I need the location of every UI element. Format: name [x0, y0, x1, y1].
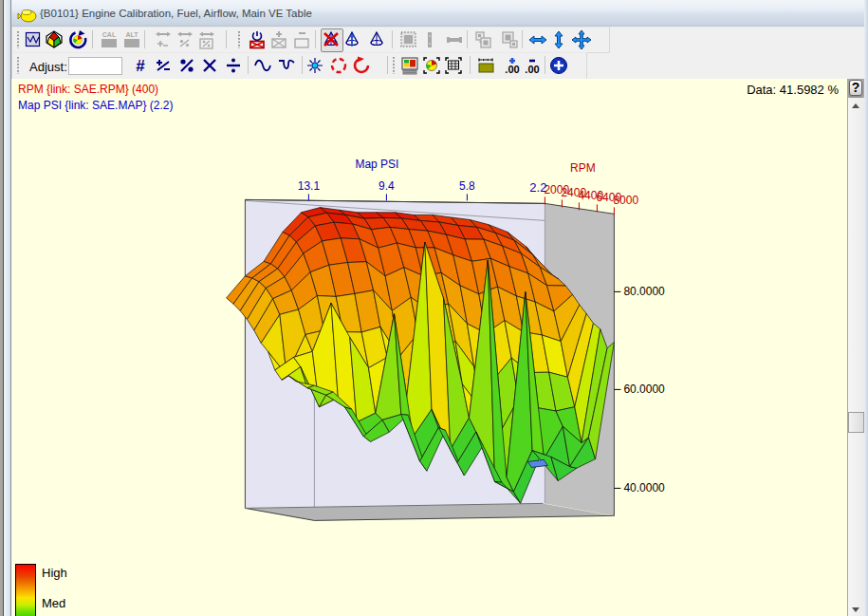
svg-text:RPM: RPM	[570, 161, 596, 175]
svg-text:5.8: 5.8	[459, 179, 475, 193]
svg-text:Map PSI: Map PSI	[355, 158, 398, 171]
svg-text:80.0000: 80.0000	[623, 285, 665, 298]
svg-text:.00: .00	[505, 64, 519, 75]
svg-text:2.2: 2.2	[529, 180, 546, 195]
svg-text:ALT: ALT	[125, 31, 139, 38]
svg-text:60.0000: 60.0000	[623, 383, 665, 396]
svg-text:9.4: 9.4	[379, 179, 395, 193]
svg-text:40.0000: 40.0000	[623, 481, 665, 495]
svg-text:#: #	[136, 57, 145, 75]
svg-text:13.1: 13.1	[298, 179, 321, 193]
svg-text:CAL: CAL	[102, 31, 117, 38]
svg-text:.00: .00	[525, 64, 539, 75]
svg-text:8000: 8000	[613, 194, 638, 207]
